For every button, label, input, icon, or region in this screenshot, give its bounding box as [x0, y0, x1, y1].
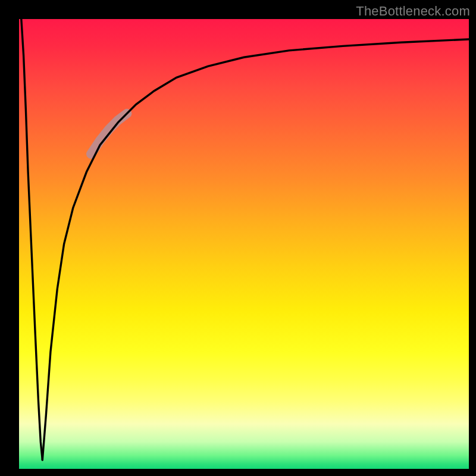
curve-svg: [19, 19, 469, 469]
chart-lines: [21, 19, 469, 460]
bottleneck-curve-up: [42, 39, 469, 460]
chart-frame: TheBottleneck.com: [0, 0, 476, 476]
highlight-segment: [91, 114, 127, 154]
watermark-text: TheBottleneck.com: [356, 4, 470, 19]
plot-area: [19, 19, 469, 469]
bottleneck-curve-down: [21, 19, 43, 460]
